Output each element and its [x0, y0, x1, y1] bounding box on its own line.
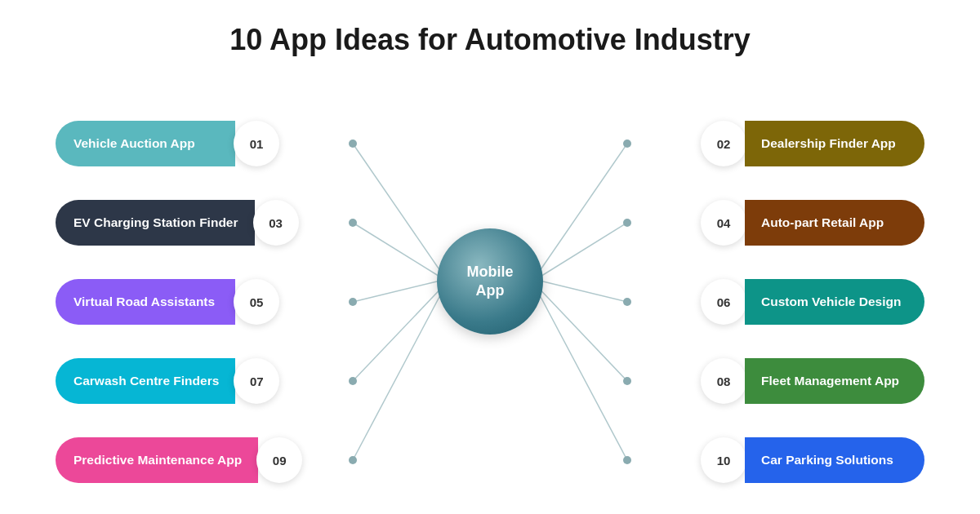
svg-line-4	[353, 281, 448, 460]
pill-04-label: Auto-part Retail App	[745, 200, 924, 246]
pill-05-label: Virtual Road Assistants	[56, 279, 235, 325]
diagram-area: Mobile App Vehicle Auction App 01 EV Cha…	[0, 65, 980, 498]
pill-vehicle-auction: Vehicle Auction App 01	[56, 121, 279, 166]
pill-03-label: EV Charging Station Finder	[56, 200, 255, 246]
pill-virtual-road: Virtual Road Assistants 05	[56, 279, 279, 325]
svg-point-20	[349, 298, 357, 306]
pill-01-num: 01	[234, 121, 279, 166]
svg-point-24	[623, 219, 631, 227]
pill-fleet-management: 08 Fleet Management App	[701, 358, 924, 404]
pill-09-num: 09	[256, 437, 302, 483]
svg-line-9	[532, 281, 627, 460]
svg-line-8	[532, 281, 627, 381]
pill-10-num: 10	[701, 437, 746, 483]
svg-point-27	[623, 456, 631, 464]
center-text-line1: Mobile	[467, 263, 514, 281]
pill-07-label: Carwash Centre Finders	[56, 358, 235, 404]
svg-point-21	[349, 377, 357, 385]
svg-line-5	[532, 144, 627, 281]
pill-02-label: Dealership Finder App	[745, 121, 924, 166]
pill-09-label: Predictive Maintenance App	[56, 437, 258, 483]
pill-08-label: Fleet Management App	[745, 358, 924, 404]
pill-01-label: Vehicle Auction App	[56, 121, 235, 166]
pill-06-num: 06	[701, 279, 746, 325]
pill-03-num: 03	[253, 200, 299, 246]
svg-line-7	[543, 281, 627, 302]
pill-06-label: Custom Vehicle Design	[745, 279, 924, 325]
svg-line-2	[353, 281, 437, 302]
pill-ev-charging: EV Charging Station Finder 03	[56, 200, 299, 246]
svg-line-1	[353, 223, 448, 281]
svg-point-23	[623, 140, 631, 148]
pill-autopart-retail: 04 Auto-part Retail App	[701, 200, 924, 246]
svg-line-6	[532, 223, 627, 281]
svg-line-3	[353, 281, 448, 381]
svg-line-0	[353, 144, 448, 281]
pill-04-num: 04	[701, 200, 746, 246]
center-text-line2: App	[476, 281, 505, 300]
svg-point-22	[349, 456, 357, 464]
page: 10 App Ideas for Automotive Industry	[0, 0, 980, 514]
pill-10-label: Car Parking Solutions	[745, 437, 924, 483]
svg-point-26	[623, 377, 631, 385]
pill-02-num: 02	[701, 121, 746, 166]
pill-07-num: 07	[234, 358, 279, 404]
pill-predictive-maintenance: Predictive Maintenance App 09	[56, 437, 302, 483]
pill-carwash: Carwash Centre Finders 07	[56, 358, 279, 404]
svg-point-25	[623, 298, 631, 306]
svg-point-18	[349, 140, 357, 148]
center-circle: Mobile App	[437, 228, 543, 335]
pill-dealership-finder: 02 Dealership Finder App	[701, 121, 924, 166]
pill-custom-vehicle: 06 Custom Vehicle Design	[701, 279, 924, 325]
pill-08-num: 08	[701, 358, 746, 404]
page-title: 10 App Ideas for Automotive Industry	[0, 0, 980, 65]
svg-point-19	[349, 219, 357, 227]
pill-car-parking: 10 Car Parking Solutions	[701, 437, 924, 483]
pill-05-num: 05	[234, 279, 279, 325]
